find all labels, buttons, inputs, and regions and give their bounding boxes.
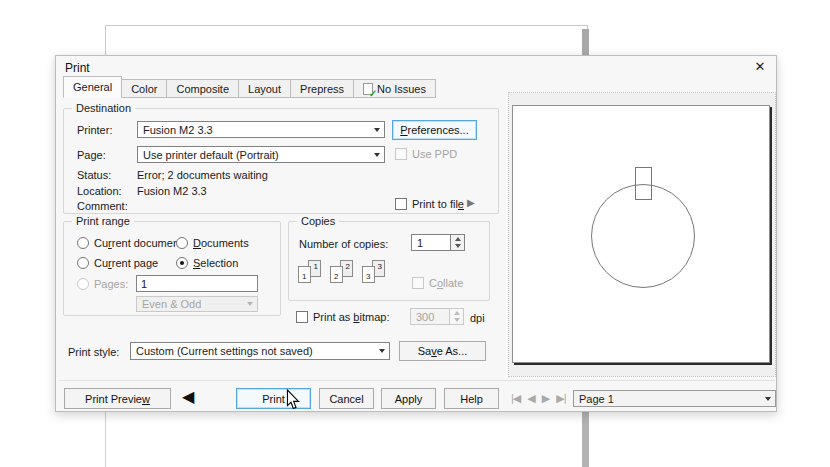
tab-color[interactable]: Color [122,79,167,98]
print-style-value: Custom (Current settings not saved) [131,345,374,357]
help-button[interactable]: Help [444,388,499,409]
tab-no-issues[interactable]: ✓ No Issues [354,79,436,98]
radio-selection[interactable]: Selection [176,257,238,269]
first-page-icon: |◀ [511,392,520,405]
screen: Print ✕ General Color Composite Layout P… [0,0,830,467]
checkbox-box [395,148,407,160]
mouse-cursor [286,389,300,410]
copies-value: 1 [411,234,451,251]
radio-documents[interactable]: Documents [176,237,249,249]
print-to-file-checkbox[interactable]: Print to file [395,198,464,210]
background-scrollbar-bottom [582,412,589,467]
tab-layout[interactable]: Layout [239,79,291,98]
use-ppd-label: Use PPD [412,148,457,160]
copies-group: Copies Number of copies: 1 11 22 33 Coll… [288,221,490,301]
preferences-button[interactable]: Preferences... [392,120,477,140]
chevron-down-icon [242,297,257,311]
footer-separator [59,380,775,381]
copies-spinner[interactable]: 1 [411,234,465,251]
location-label: Location: [77,185,122,197]
expand-arrow-icon[interactable]: ▶ [467,197,475,208]
chevron-down-icon [760,391,775,406]
page-select-value: Page 1 [574,393,760,405]
collate-order-icon: 11 22 33 [298,260,387,285]
radio-dot [77,278,89,290]
even-odd-value: Even & Odd [137,298,242,310]
print-preview-button[interactable]: Print Preview [64,388,171,409]
tab-prepress[interactable]: Prepress [291,79,354,98]
dpi-spinner: 300 [410,308,464,325]
status-label: Status: [77,169,111,181]
page-label: Page: [77,149,106,161]
preflight-check-icon: ✓ [363,83,373,95]
printer-value: Fusion M2 3.3 [138,124,369,136]
collate-checkbox: Collate [412,277,463,289]
radio-dot [77,257,89,269]
chevron-down-icon [369,147,384,162]
print-as-bitmap-checkbox[interactable]: Print as bitmap: [296,311,389,323]
cancel-button[interactable]: Cancel [319,388,374,409]
spinner-arrows-icon[interactable] [451,234,465,251]
page-value: Use printer default (Portrait) [138,149,369,161]
tab-general[interactable]: General [63,76,122,98]
comment-label: Comment: [77,200,128,212]
printer-label: Printer: [77,124,112,136]
location-value: Fusion M2 3.3 [137,185,207,197]
print-style-combobox[interactable]: Custom (Current settings not saved) [130,342,390,360]
checkbox-box [395,198,407,210]
checkbox-box [296,311,308,323]
tab-composite[interactable]: Composite [167,79,239,98]
radio-current-page[interactable]: Current page [77,257,158,269]
print-range-legend: Print range [72,215,134,227]
destination-legend: Destination [72,102,135,114]
background-scrollbar-top [582,29,589,56]
close-icon[interactable]: ✕ [752,59,768,75]
print-preview-panel [508,92,776,377]
collapse-preview-icon[interactable]: ◀ [182,387,194,407]
destination-group: Destination Printer: Fusion M2 3.3 Prefe… [63,108,499,214]
dpi-value: 300 [410,308,450,325]
chevron-down-icon [369,122,384,137]
pages-input[interactable]: 1 [136,275,258,292]
next-page-icon: ▶ [542,392,549,405]
spinner-arrows-icon [450,308,464,325]
printer-combobox[interactable]: Fusion M2 3.3 [137,121,385,138]
background-page-edge [105,25,588,56]
radio-dot [176,237,188,249]
dialog-title: Print [65,61,90,75]
print-dialog: Print ✕ General Color Composite Layout P… [55,55,777,412]
background-page-edge-bottom [105,412,106,467]
radio-current-document[interactable]: Current document [77,237,182,249]
tab-bar: General Color Composite Layout Prepress … [63,79,436,98]
checkbox-box [412,277,424,289]
print-range-group: Print range Current document Documents C… [63,221,281,316]
dpi-unit-label: dpi [470,312,485,324]
preview-rectangle-shape [635,167,652,200]
radio-dot [77,237,89,249]
radio-pages: Pages: [77,278,128,290]
apply-button[interactable]: Apply [381,388,436,409]
preview-page [512,105,770,363]
page-navigation: |◀ ◀ ▶ ▶| [511,392,566,405]
chevron-down-icon [374,343,389,359]
number-of-copies-label: Number of copies: [299,238,388,250]
copies-legend: Copies [297,215,339,227]
previous-page-icon: ◀ [527,392,534,405]
radio-dot [176,257,188,269]
print-style-label: Print style: [68,346,119,358]
use-ppd-checkbox: Use PPD [395,148,457,160]
even-odd-combobox: Even & Odd [136,296,258,312]
status-value: Error; 2 documents waiting [137,169,268,181]
page-select-combobox[interactable]: Page 1 [573,390,776,407]
save-as-button[interactable]: Save As... [399,341,486,361]
pages-value: 1 [141,278,147,290]
print-to-file-label: Print to file [412,198,464,210]
page-combobox[interactable]: Use printer default (Portrait) [137,146,385,163]
last-page-icon: ▶| [556,392,565,405]
